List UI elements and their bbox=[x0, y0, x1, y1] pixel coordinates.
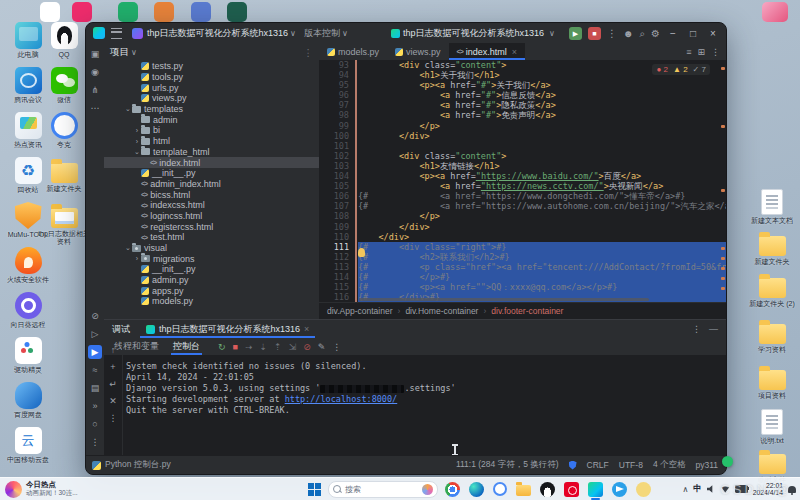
tree-item[interactable]: ›html bbox=[104, 136, 319, 147]
tree-item[interactable]: <>admin_index.html bbox=[104, 179, 319, 190]
notifications-bell-icon[interactable] bbox=[788, 486, 796, 493]
green-app-icon[interactable] bbox=[118, 2, 138, 22]
tree-item[interactable]: <>indexcss.html bbox=[104, 200, 319, 211]
desktop-icon[interactable]: 向日葵远程 bbox=[0, 292, 57, 329]
breadcrumb-item[interactable]: div.footer-container bbox=[491, 306, 563, 316]
layout-icon[interactable]: ⊞ bbox=[697, 47, 705, 57]
desktop-icon[interactable]: 中国移动云盘 bbox=[0, 427, 57, 464]
settings-gear-icon[interactable]: ⚙ bbox=[651, 27, 660, 40]
hide-panel-icon[interactable]: — bbox=[709, 324, 718, 334]
edit-config-icon[interactable]: ✎ bbox=[318, 342, 326, 352]
history-tool-icon[interactable]: ○ bbox=[88, 417, 102, 431]
more-actions-icon[interactable]: ⋮ bbox=[607, 27, 617, 40]
desktop-icon[interactable]: 百度网盘 bbox=[0, 382, 57, 419]
tree-item[interactable]: tests.py bbox=[104, 61, 319, 72]
code-line[interactable]: 101 bbox=[319, 141, 726, 151]
services-tool-icon[interactable]: ≈ bbox=[88, 363, 102, 377]
dark-app-icon[interactable] bbox=[227, 2, 247, 22]
close-tab-icon[interactable]: × bbox=[512, 47, 517, 57]
tree-item[interactable]: ⌄templates bbox=[104, 104, 319, 115]
news-widget[interactable]: 今日热点 动画新闻！30连... bbox=[5, 481, 78, 498]
code-line[interactable]: 107{# <a href="https://www.autohome.com.… bbox=[319, 201, 726, 211]
start-button[interactable] bbox=[308, 483, 321, 496]
volume-icon[interactable] bbox=[707, 485, 716, 494]
console-output[interactable]: System check identified no issues (0 sil… bbox=[122, 355, 726, 457]
code-line[interactable]: 100 </div> bbox=[319, 131, 726, 141]
close-session-icon[interactable]: × bbox=[304, 324, 309, 334]
code-line[interactable]: 106{# <a href="https://www.dongchedi.com… bbox=[319, 191, 726, 201]
project-tool-icon[interactable]: ▣ bbox=[88, 47, 102, 61]
search-everywhere-icon[interactable]: ⌕ bbox=[639, 27, 645, 40]
code-line[interactable]: 105 <a href="https://news.cctv.com/">央视新… bbox=[319, 181, 726, 191]
qq-shortcut-icon[interactable] bbox=[40, 2, 60, 22]
tree-item[interactable]: __init__.py bbox=[104, 264, 319, 275]
rerun-icon[interactable]: ↻ bbox=[218, 342, 226, 352]
clock[interactable]: 22:01 2024/4/14 bbox=[753, 482, 783, 497]
caret-position[interactable]: 111:1 (284 字符，5 换行符) bbox=[456, 459, 559, 471]
ime-indicator[interactable]: 中 bbox=[693, 483, 702, 495]
desktop-icon[interactable]: 学习资料 bbox=[743, 318, 800, 354]
editor-tab[interactable]: views.py bbox=[387, 43, 449, 60]
code-line[interactable]: 98 <a href="#">免责声明</a> bbox=[319, 110, 726, 120]
protection-shield-icon[interactable] bbox=[569, 461, 577, 470]
problems-tool-icon[interactable]: ⊘ bbox=[88, 309, 102, 323]
add-icon[interactable]: + bbox=[106, 360, 120, 374]
split-editor-icon[interactable]: ≡ bbox=[686, 47, 691, 57]
folder-taskbar-icon[interactable] bbox=[516, 485, 531, 496]
code-line[interactable]: 102 <div class="content"> bbox=[319, 151, 726, 161]
code-editor[interactable]: 93 <div class="content">94 <h1>关于我们</h1>… bbox=[319, 60, 726, 303]
code-line[interactable]: 111{# <div class="right">#} bbox=[319, 242, 726, 252]
desktop-icon[interactable]: 说明.txt bbox=[743, 408, 800, 445]
python-interpreter[interactable]: py311 bbox=[695, 460, 718, 470]
clear-icon[interactable]: ✕ bbox=[106, 394, 120, 408]
line-separator[interactable]: CRLF bbox=[587, 460, 609, 470]
yellow-taskbar-icon[interactable] bbox=[636, 482, 651, 497]
run-config-selector[interactable]: thp日志数据可视化分析系统hx1316 ∨ bbox=[391, 27, 563, 40]
mute-breakpoints-icon[interactable]: ⊘ bbox=[303, 342, 311, 352]
color-app-icon[interactable] bbox=[191, 2, 211, 22]
run-to-cursor-icon[interactable]: ⇲ bbox=[289, 342, 297, 352]
file-encoding[interactable]: UTF-8 bbox=[619, 460, 643, 470]
hidden-icons-chevron[interactable]: ∧ bbox=[682, 485, 688, 494]
tree-item[interactable]: models.py bbox=[104, 296, 319, 307]
editor-tab[interactable]: models.py bbox=[319, 43, 387, 60]
more-tools-icon[interactable]: ⋯ bbox=[88, 101, 102, 115]
tree-item[interactable]: <>bicss.html bbox=[104, 189, 319, 200]
commit-tool-icon[interactable]: ◉ bbox=[88, 65, 102, 79]
code-line[interactable]: 104 <p><a href="https://www.baidu.com/">… bbox=[319, 171, 726, 181]
code-line[interactable]: 114{# </p>#} bbox=[319, 272, 726, 282]
tree-item[interactable]: <>logincss.html bbox=[104, 211, 319, 222]
tree-item[interactable]: tools.py bbox=[104, 72, 319, 83]
code-line[interactable]: 96 <a href="#">信息反馈</a> bbox=[319, 90, 726, 100]
circle-taskbar-icon[interactable] bbox=[493, 482, 507, 496]
server-link[interactable]: http://localhost:8000/ bbox=[285, 394, 398, 404]
code-line[interactable]: 110 </div> bbox=[319, 232, 726, 242]
close-button[interactable]: × bbox=[706, 28, 720, 39]
minimize-button[interactable]: − bbox=[666, 28, 680, 39]
stop-button[interactable]: ■ bbox=[588, 27, 601, 40]
code-line[interactable]: 93 <div class="content"> bbox=[319, 60, 726, 70]
debug-session-tab[interactable]: thp日志数据可视化分析系统hx1316 × bbox=[140, 320, 315, 338]
plane-taskbar-icon[interactable] bbox=[612, 482, 627, 497]
edge-taskbar-icon[interactable] bbox=[469, 482, 484, 497]
tree-item[interactable]: __init__.py bbox=[104, 168, 319, 179]
tree-item[interactable]: admin.py bbox=[104, 275, 319, 286]
tree-item[interactable]: admin bbox=[104, 114, 319, 125]
tree-item[interactable]: views.py bbox=[104, 93, 319, 104]
tree-item[interactable]: ›migrations bbox=[104, 253, 319, 264]
desktop-icon[interactable]: 火绒安全软件 bbox=[0, 247, 57, 284]
panel-more-icon[interactable]: ⋮ bbox=[692, 324, 701, 334]
code-line[interactable]: 99 </p> bbox=[319, 121, 726, 131]
panel-options-icon[interactable]: ⋮ bbox=[304, 47, 314, 58]
pycharm-taskbar-icon[interactable] bbox=[588, 482, 603, 497]
tree-item[interactable]: ›bi bbox=[104, 125, 319, 136]
status-left-text[interactable]: Python 控制台.py bbox=[105, 459, 171, 471]
code-line[interactable]: 97 <a href="#">隐私政策</a> bbox=[319, 100, 726, 110]
pull-requests-tool-icon[interactable]: ⋔ bbox=[88, 83, 102, 97]
more-bottom-tools-icon[interactable]: ⋮ bbox=[88, 435, 102, 449]
step-into-icon[interactable]: ⇣ bbox=[260, 342, 268, 352]
stop-icon[interactable]: ■ bbox=[233, 342, 238, 352]
breadcrumb-item[interactable]: div.App-container bbox=[327, 306, 393, 316]
desktop-icon[interactable]: 新建文件夹 bbox=[743, 230, 800, 266]
code-line[interactable]: 115{# <p><a href="">QQ：xxxx@qq.com</a></… bbox=[319, 282, 726, 292]
